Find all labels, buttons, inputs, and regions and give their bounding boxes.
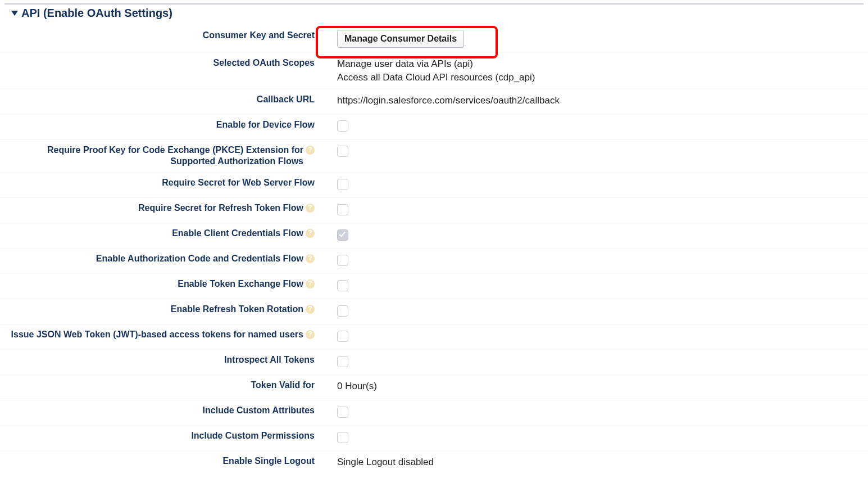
- label-consumer-key: Consumer Key and Secret: [0, 30, 321, 42]
- value-consumer-key: Manage Consumer Details: [321, 30, 868, 48]
- section-title: API (Enable OAuth Settings): [21, 7, 172, 20]
- row-custom-attributes: Include Custom Attributes: [0, 400, 868, 426]
- checkbox-introspect[interactable]: [337, 356, 348, 367]
- checkbox-device-flow[interactable]: [337, 120, 348, 132]
- help-icon[interactable]: ?: [306, 330, 315, 339]
- help-icon[interactable]: ?: [306, 305, 315, 314]
- label-token-exchange: Enable Token Exchange Flow?: [0, 278, 321, 290]
- row-callback-url: Callback URL https://login.salesforce.co…: [0, 89, 868, 115]
- value-secret-refresh: [321, 202, 868, 216]
- checkbox-refresh-rotation[interactable]: [337, 305, 348, 317]
- label-secret-refresh: Require Secret for Refresh Token Flow?: [0, 202, 321, 214]
- value-oauth-scopes: Manage user data via APIs (api) Access a…: [321, 57, 868, 84]
- row-device-flow: Enable for Device Flow: [0, 115, 868, 140]
- row-pkce: Require Proof Key for Code Exchange (PKC…: [0, 140, 868, 173]
- checkbox-custom-permissions[interactable]: [337, 432, 348, 443]
- checkbox-token-exchange[interactable]: [337, 280, 348, 291]
- label-custom-permissions: Include Custom Permissions: [0, 430, 321, 442]
- label-oauth-scopes: Selected OAuth Scopes: [0, 57, 321, 69]
- value-client-credentials: [321, 228, 868, 241]
- help-icon[interactable]: ?: [306, 279, 315, 288]
- checkbox-custom-attributes[interactable]: [337, 407, 348, 418]
- label-device-flow: Enable for Device Flow: [0, 119, 321, 131]
- row-client-credentials: Enable Client Credentials Flow?: [0, 223, 868, 249]
- label-refresh-rotation: Enable Refresh Token Rotation?: [0, 304, 321, 315]
- checkbox-jwt[interactable]: [337, 331, 348, 342]
- value-token-exchange: [321, 278, 868, 292]
- checkbox-secret-web[interactable]: [337, 179, 348, 190]
- row-token-valid: Token Valid for 0 Hour(s): [0, 375, 868, 400]
- help-icon[interactable]: ?: [306, 204, 315, 213]
- manage-consumer-details-button[interactable]: Manage Consumer Details: [337, 30, 464, 48]
- label-token-valid: Token Valid for: [0, 380, 321, 391]
- label-callback-url: Callback URL: [0, 94, 321, 106]
- value-device-flow: [321, 119, 868, 133]
- chevron-down-icon: [11, 11, 18, 16]
- row-custom-permissions: Include Custom Permissions: [0, 426, 868, 451]
- row-jwt: Issue JSON Web Token (JWT)-based access …: [0, 324, 868, 350]
- label-custom-attributes: Include Custom Attributes: [0, 405, 321, 417]
- value-introspect: [321, 354, 868, 368]
- checkbox-pkce[interactable]: [337, 146, 348, 157]
- row-refresh-rotation: Enable Refresh Token Rotation?: [0, 299, 868, 324]
- help-icon[interactable]: ?: [306, 146, 315, 155]
- value-refresh-rotation: [321, 304, 868, 317]
- label-jwt: Issue JSON Web Token (JWT)-based access …: [0, 329, 321, 341]
- oauth-scope-2: Access all Data Cloud API resources (cdp…: [337, 71, 868, 84]
- section-header[interactable]: API (Enable OAuth Settings): [0, 4, 868, 25]
- help-icon[interactable]: ?: [306, 229, 315, 238]
- value-jwt: [321, 329, 868, 342]
- value-token-valid: 0 Hour(s): [321, 380, 868, 393]
- help-icon[interactable]: ?: [306, 254, 315, 263]
- checkbox-auth-code-credentials[interactable]: [337, 255, 348, 266]
- label-auth-code-credentials: Enable Authorization Code and Credential…: [0, 253, 321, 265]
- row-oauth-scopes: Selected OAuth Scopes Manage user data v…: [0, 53, 868, 89]
- value-custom-attributes: [321, 405, 868, 418]
- row-token-exchange: Enable Token Exchange Flow?: [0, 274, 868, 299]
- row-secret-refresh: Require Secret for Refresh Token Flow?: [0, 198, 868, 223]
- value-single-logout: Single Logout disabled: [321, 456, 868, 469]
- value-custom-permissions: [321, 430, 868, 444]
- label-secret-web: Require Secret for Web Server Flow: [0, 177, 321, 189]
- row-auth-code-credentials: Enable Authorization Code and Credential…: [0, 249, 868, 274]
- row-introspect: Introspect All Tokens: [0, 350, 868, 375]
- label-introspect: Introspect All Tokens: [0, 354, 321, 366]
- row-secret-web: Require Secret for Web Server Flow: [0, 173, 868, 198]
- value-pkce: [321, 145, 868, 158]
- oauth-scope-1: Manage user data via APIs (api): [337, 57, 868, 71]
- value-secret-web: [321, 177, 868, 191]
- label-single-logout: Enable Single Logout: [0, 456, 321, 467]
- value-auth-code-credentials: [321, 253, 868, 267]
- label-client-credentials: Enable Client Credentials Flow?: [0, 228, 321, 240]
- checkbox-secret-refresh[interactable]: [337, 204, 348, 215]
- value-callback-url: https://login.salesforce.com/services/oa…: [321, 94, 868, 107]
- row-single-logout: Enable Single Logout Single Logout disab…: [0, 451, 868, 476]
- checkbox-client-credentials[interactable]: [337, 229, 348, 241]
- label-pkce: Require Proof Key for Code Exchange (PKC…: [0, 145, 321, 168]
- row-consumer-key: Consumer Key and Secret Manage Consumer …: [0, 25, 868, 53]
